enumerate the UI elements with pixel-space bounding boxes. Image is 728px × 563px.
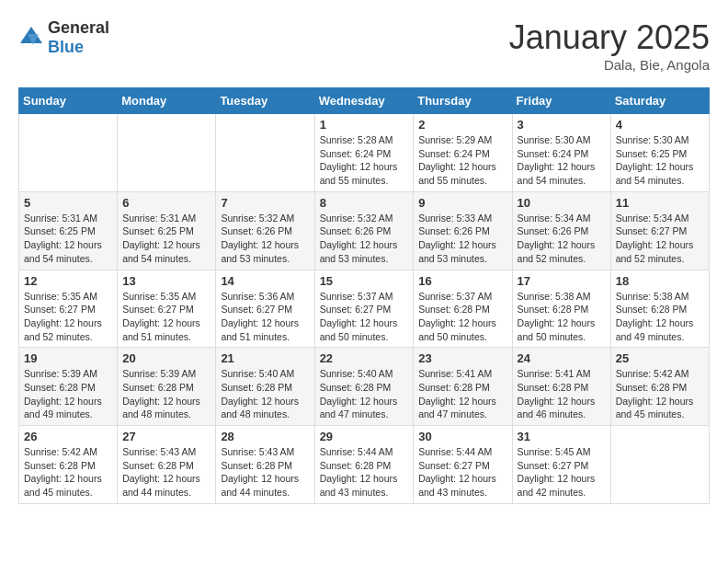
day-info: Sunrise: 5:42 AM Sunset: 6:28 PM Dayligh… — [24, 445, 112, 500]
day-cell-8: 8Sunrise: 5:32 AM Sunset: 6:26 PM Daylig… — [314, 191, 414, 270]
day-info: Sunrise: 5:43 AM Sunset: 6:28 PM Dayligh… — [122, 445, 210, 500]
day-cell-20: 20Sunrise: 5:39 AM Sunset: 6:28 PM Dayli… — [118, 348, 216, 426]
week-row-3: 12Sunrise: 5:35 AM Sunset: 6:27 PM Dayli… — [19, 270, 710, 348]
day-cell-29: 29Sunrise: 5:44 AM Sunset: 6:28 PM Dayli… — [314, 426, 414, 504]
day-number: 15 — [320, 274, 409, 288]
day-info: Sunrise: 5:42 AM Sunset: 6:28 PM Dayligh… — [616, 367, 704, 421]
day-info: Sunrise: 5:29 AM Sunset: 6:24 PM Dayligh… — [418, 133, 506, 188]
day-cell-1: 1Sunrise: 5:28 AM Sunset: 6:24 PM Daylig… — [314, 114, 414, 192]
day-info: Sunrise: 5:36 AM Sunset: 6:27 PM Dayligh… — [221, 290, 309, 344]
day-cell-14: 14Sunrise: 5:36 AM Sunset: 6:27 PM Dayli… — [216, 270, 314, 348]
day-number: 16 — [418, 274, 506, 288]
day-info: Sunrise: 5:45 AM Sunset: 6:27 PM Dayligh… — [518, 445, 606, 500]
day-cell-25: 25Sunrise: 5:42 AM Sunset: 6:28 PM Dayli… — [610, 348, 709, 426]
day-number: 7 — [221, 196, 309, 210]
day-cell-30: 30Sunrise: 5:44 AM Sunset: 6:27 PM Dayli… — [414, 426, 512, 504]
day-info: Sunrise: 5:41 AM Sunset: 6:28 PM Dayligh… — [418, 367, 506, 421]
day-cell-21: 21Sunrise: 5:40 AM Sunset: 6:28 PM Dayli… — [216, 348, 314, 426]
empty-cell — [118, 114, 216, 192]
weekday-header-thursday: Thursday — [414, 88, 512, 114]
day-cell-6: 6Sunrise: 5:31 AM Sunset: 6:25 PM Daylig… — [118, 191, 216, 270]
day-info: Sunrise: 5:38 AM Sunset: 6:28 PM Dayligh… — [518, 290, 606, 344]
day-number: 18 — [616, 274, 704, 288]
day-info: Sunrise: 5:32 AM Sunset: 6:26 PM Dayligh… — [221, 212, 309, 266]
day-number: 24 — [518, 351, 606, 365]
day-info: Sunrise: 5:31 AM Sunset: 6:25 PM Dayligh… — [24, 212, 112, 266]
week-row-1: 1Sunrise: 5:28 AM Sunset: 6:24 PM Daylig… — [19, 114, 710, 192]
logo-icon — [18, 25, 44, 51]
weekday-header-tuesday: Tuesday — [216, 88, 314, 114]
weekday-header-wednesday: Wednesday — [314, 88, 414, 114]
day-number: 21 — [221, 351, 309, 365]
day-number: 3 — [518, 118, 606, 132]
day-number: 28 — [221, 430, 309, 443]
week-row-4: 19Sunrise: 5:39 AM Sunset: 6:28 PM Dayli… — [19, 348, 710, 426]
day-cell-17: 17Sunrise: 5:38 AM Sunset: 6:28 PM Dayli… — [512, 270, 610, 348]
logo-text-blue: Blue — [48, 38, 84, 56]
day-cell-11: 11Sunrise: 5:34 AM Sunset: 6:27 PM Dayli… — [610, 191, 709, 270]
empty-cell — [216, 114, 314, 192]
day-info: Sunrise: 5:39 AM Sunset: 6:28 PM Dayligh… — [122, 367, 210, 421]
day-info: Sunrise: 5:40 AM Sunset: 6:28 PM Dayligh… — [320, 367, 409, 421]
day-cell-9: 9Sunrise: 5:33 AM Sunset: 6:26 PM Daylig… — [414, 191, 512, 270]
day-number: 25 — [616, 351, 704, 365]
day-info: Sunrise: 5:34 AM Sunset: 6:26 PM Dayligh… — [518, 212, 606, 266]
day-info: Sunrise: 5:40 AM Sunset: 6:28 PM Dayligh… — [221, 367, 309, 421]
day-number: 23 — [418, 351, 506, 365]
day-info: Sunrise: 5:34 AM Sunset: 6:27 PM Dayligh… — [616, 212, 704, 266]
day-cell-4: 4Sunrise: 5:30 AM Sunset: 6:25 PM Daylig… — [610, 114, 709, 192]
day-info: Sunrise: 5:37 AM Sunset: 6:27 PM Dayligh… — [320, 290, 409, 344]
day-cell-5: 5Sunrise: 5:31 AM Sunset: 6:25 PM Daylig… — [19, 191, 118, 270]
day-number: 10 — [518, 196, 606, 210]
day-cell-7: 7Sunrise: 5:32 AM Sunset: 6:26 PM Daylig… — [216, 191, 314, 270]
day-cell-2: 2Sunrise: 5:29 AM Sunset: 6:24 PM Daylig… — [414, 114, 512, 192]
day-number: 12 — [24, 274, 112, 288]
day-number: 29 — [320, 430, 409, 443]
day-number: 8 — [320, 196, 409, 210]
day-number: 9 — [418, 196, 506, 210]
weekday-header-sunday: Sunday — [19, 88, 118, 114]
day-number: 6 — [122, 196, 210, 210]
weekday-header-monday: Monday — [118, 88, 216, 114]
day-info: Sunrise: 5:33 AM Sunset: 6:26 PM Dayligh… — [418, 212, 506, 266]
day-cell-24: 24Sunrise: 5:41 AM Sunset: 6:28 PM Dayli… — [512, 348, 610, 426]
day-info: Sunrise: 5:30 AM Sunset: 6:25 PM Dayligh… — [616, 133, 704, 188]
day-info: Sunrise: 5:35 AM Sunset: 6:27 PM Dayligh… — [122, 290, 210, 344]
day-number: 1 — [320, 118, 409, 132]
day-info: Sunrise: 5:38 AM Sunset: 6:28 PM Dayligh… — [616, 290, 704, 344]
day-info: Sunrise: 5:31 AM Sunset: 6:25 PM Dayligh… — [122, 212, 210, 266]
page-header: General Blue January 2025 Dala, Bie, Ang… — [18, 18, 710, 73]
day-number: 19 — [24, 351, 112, 365]
day-number: 22 — [320, 351, 409, 365]
day-cell-16: 16Sunrise: 5:37 AM Sunset: 6:28 PM Dayli… — [414, 270, 512, 348]
day-info: Sunrise: 5:44 AM Sunset: 6:28 PM Dayligh… — [320, 445, 409, 500]
day-info: Sunrise: 5:35 AM Sunset: 6:27 PM Dayligh… — [24, 290, 112, 344]
day-info: Sunrise: 5:43 AM Sunset: 6:28 PM Dayligh… — [221, 445, 309, 500]
day-info: Sunrise: 5:41 AM Sunset: 6:28 PM Dayligh… — [518, 367, 606, 421]
day-number: 20 — [122, 351, 210, 365]
day-info: Sunrise: 5:28 AM Sunset: 6:24 PM Dayligh… — [320, 133, 409, 188]
logo: General Blue — [18, 18, 109, 57]
day-cell-12: 12Sunrise: 5:35 AM Sunset: 6:27 PM Dayli… — [19, 270, 118, 348]
weekday-header-row: SundayMondayTuesdayWednesdayThursdayFrid… — [19, 88, 710, 114]
day-cell-19: 19Sunrise: 5:39 AM Sunset: 6:28 PM Dayli… — [19, 348, 118, 426]
day-number: 27 — [122, 430, 210, 443]
day-number: 13 — [122, 274, 210, 288]
day-cell-3: 3Sunrise: 5:30 AM Sunset: 6:24 PM Daylig… — [512, 114, 610, 192]
day-number: 2 — [418, 118, 506, 132]
day-number: 17 — [518, 274, 606, 288]
location-title: Dala, Bie, Angola — [509, 57, 710, 73]
day-info: Sunrise: 5:44 AM Sunset: 6:27 PM Dayligh… — [418, 445, 506, 500]
day-cell-15: 15Sunrise: 5:37 AM Sunset: 6:27 PM Dayli… — [314, 270, 414, 348]
day-number: 30 — [418, 430, 506, 443]
month-title: January 2025 — [509, 18, 710, 57]
day-number: 5 — [24, 196, 112, 210]
day-cell-22: 22Sunrise: 5:40 AM Sunset: 6:28 PM Dayli… — [314, 348, 414, 426]
day-cell-13: 13Sunrise: 5:35 AM Sunset: 6:27 PM Dayli… — [118, 270, 216, 348]
week-row-5: 26Sunrise: 5:42 AM Sunset: 6:28 PM Dayli… — [19, 426, 710, 504]
week-row-2: 5Sunrise: 5:31 AM Sunset: 6:25 PM Daylig… — [19, 191, 710, 270]
day-cell-26: 26Sunrise: 5:42 AM Sunset: 6:28 PM Dayli… — [19, 426, 118, 504]
weekday-header-friday: Friday — [512, 88, 610, 114]
calendar-table: SundayMondayTuesdayWednesdayThursdayFrid… — [18, 87, 710, 504]
empty-cell — [610, 426, 709, 504]
